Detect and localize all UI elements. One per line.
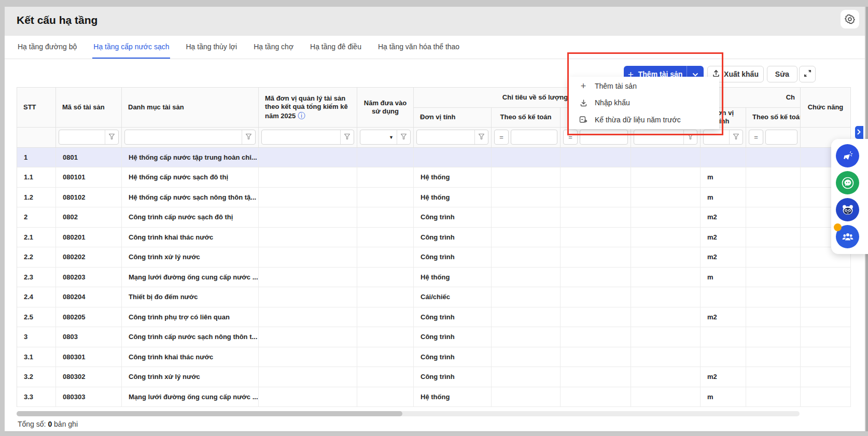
row-1.2-cell-code[interactable]: 080102: [56, 188, 122, 208]
row-2.1-cell-hidden[interactable]: [631, 228, 701, 248]
row-2.5-cell-year[interactable]: [357, 307, 414, 328]
row-2.2-cell-inventory[interactable]: [561, 247, 631, 268]
row-3.3-cell-unit[interactable]: Hệ thống: [414, 387, 492, 407]
row-2.4-cell-accounting2[interactable]: [746, 287, 801, 307]
dropdown-caret-icon[interactable]: ▼: [389, 135, 394, 140]
row-1-cell-accounting[interactable]: [492, 148, 561, 168]
row-2.4-cell-year[interactable]: [357, 287, 414, 307]
tab-duong-bo[interactable]: Hạ tầng đường bộ: [17, 36, 78, 59]
row-2.1-cell-accounting2[interactable]: [746, 228, 801, 248]
row-1.1-cell-year[interactable]: [357, 167, 414, 188]
row-3-cell-accounting[interactable]: [492, 327, 561, 347]
row-3.1-cell-unit_code[interactable]: [259, 347, 357, 368]
col-header-year[interactable]: Năm đưa vào sử dụng: [357, 88, 414, 128]
filter-cell-accounting2[interactable]: =: [746, 128, 801, 148]
row-1.2-cell-inventory[interactable]: [561, 188, 631, 208]
tab-cap-nuoc-sach[interactable]: Hạ tầng cấp nước sạch: [92, 36, 170, 59]
filter-cell-hidden[interactable]: [631, 128, 701, 148]
filter-input-inventory[interactable]: [580, 130, 627, 144]
row-3.2-cell-inventory[interactable]: [561, 367, 631, 387]
row-2.1-cell-stt[interactable]: 2.1: [17, 228, 56, 248]
filter-operator-accounting2[interactable]: =: [749, 130, 763, 145]
row-3.2-cell-category[interactable]: Công trình xử lý nước: [122, 367, 259, 387]
col-header-unit[interactable]: Đơn vị tính: [414, 108, 492, 128]
row-3-cell-hidden[interactable]: [631, 327, 701, 347]
row-3.1-cell-unit2[interactable]: [701, 347, 746, 368]
announcement-fab[interactable]: [836, 144, 859, 167]
col-header-category[interactable]: Danh mục tài sản: [122, 88, 259, 128]
row-1-cell-year[interactable]: [357, 148, 414, 168]
row-2.1-cell-unit[interactable]: Công trình: [414, 228, 492, 248]
row-2.2-cell-unit2[interactable]: m2: [701, 247, 746, 268]
settings-button[interactable]: [841, 10, 859, 29]
row-1-cell-unit_code[interactable]: [259, 148, 357, 168]
filter-funnel-button[interactable]: [242, 130, 255, 144]
horizontal-scrollbar[interactable]: [17, 411, 800, 416]
row-3.3-cell-inventory[interactable]: [561, 387, 631, 407]
fullscreen-button[interactable]: [799, 66, 816, 82]
row-3.3-cell-accounting[interactable]: [492, 387, 561, 407]
tab-thuy-loi[interactable]: Hạ tầng thủy lợi: [185, 36, 238, 59]
row-2.3-cell-category[interactable]: Mạng lưới đường ống cung cấp nước ...: [122, 268, 259, 288]
filter-operator-accounting[interactable]: =: [494, 130, 509, 145]
row-3.2-cell-accounting2[interactable]: [746, 367, 801, 387]
row-2.2-cell-year[interactable]: [357, 247, 414, 268]
row-3.2-cell-unit_code[interactable]: [259, 367, 357, 387]
row-3.3-cell-unit2[interactable]: m: [701, 387, 746, 407]
filter-cell-accounting[interactable]: =: [492, 128, 561, 148]
row-2.3-cell-unit2[interactable]: m: [701, 268, 746, 288]
row-3.2-cell-year[interactable]: [357, 367, 414, 387]
row-3.2-cell-accounting[interactable]: [492, 367, 561, 387]
filter-cell-unit[interactable]: [414, 128, 492, 148]
row-2.1-cell-unit2[interactable]: m2: [701, 228, 746, 248]
row-1.2-cell-stt[interactable]: 1.2: [17, 188, 56, 208]
row-1.1-cell-stt[interactable]: 1.1: [17, 167, 56, 188]
row-3.2-cell-code[interactable]: 080302: [56, 367, 122, 387]
row-2.5-cell-category[interactable]: Công trình phụ trợ có liên quan: [122, 307, 259, 328]
col-header-accounting[interactable]: Theo số kế toán: [492, 108, 561, 128]
row-2.5-cell-inventory[interactable]: [561, 307, 631, 328]
row-3-cell-stt[interactable]: 3: [17, 327, 56, 347]
row-3.3-cell-code[interactable]: 080303: [56, 387, 122, 407]
row-2.5-cell-hidden[interactable]: [631, 307, 701, 328]
filter-input-code[interactable]: [59, 130, 105, 144]
filter-cell-inventory[interactable]: =: [561, 128, 631, 148]
row-2-cell-category[interactable]: Công trình cấp nước sạch đô thị: [122, 207, 259, 228]
menu-item-2[interactable]: Nhập khẩu: [569, 95, 719, 111]
filter-input-accounting[interactable]: [511, 130, 557, 144]
row-2.5-cell-function[interactable]: [801, 307, 851, 328]
row-3-cell-unit[interactable]: Công trình: [414, 327, 492, 347]
row-3.3-cell-unit_code[interactable]: [259, 387, 357, 407]
row-2.5-cell-code[interactable]: 080205: [56, 307, 122, 328]
row-2.3-cell-hidden[interactable]: [631, 268, 701, 288]
filter-input-accounting2[interactable]: [766, 130, 797, 144]
row-2.3-cell-code[interactable]: 080203: [56, 268, 122, 288]
row-1.1-cell-category[interactable]: Hệ thống cấp nước sạch đô thị: [122, 167, 259, 188]
row-3-cell-accounting2[interactable]: [746, 327, 801, 347]
filter-input-unit2[interactable]: [704, 130, 729, 144]
tab-van-hoa-the-thao[interactable]: Hạ tầng văn hóa thể thao: [377, 36, 460, 59]
row-2.1-cell-year[interactable]: [357, 228, 414, 248]
filter-cell-unit_code[interactable]: [259, 128, 357, 148]
tab-de-dieu[interactable]: Hạ tầng đê điều: [309, 36, 362, 59]
row-3.1-cell-accounting2[interactable]: [746, 347, 801, 368]
side-panel-toggle[interactable]: [855, 126, 863, 139]
row-2.4-cell-function[interactable]: [801, 287, 851, 307]
col-header-unit-code[interactable]: Mã đơn vị quản lý tài sản theo kết quả t…: [259, 88, 357, 128]
row-2-cell-unit[interactable]: Công trình: [414, 207, 492, 228]
row-3.2-cell-unit2[interactable]: m2: [701, 367, 746, 387]
tab-cho[interactable]: Hạ tầng chợ: [253, 36, 295, 59]
filter-funnel-button[interactable]: [729, 130, 743, 144]
row-3-cell-category[interactable]: Công trình cấp nước sạch nông thôn t...: [122, 327, 259, 347]
col-header-accounting2[interactable]: Theo số kế toán: [746, 108, 801, 128]
row-3.1-cell-hidden[interactable]: [631, 347, 701, 368]
filter-cell-category[interactable]: [122, 128, 259, 148]
row-3-cell-unit2[interactable]: [701, 327, 746, 347]
menu-item-3[interactable]: Kế thừa dữ liệu năm trước: [569, 111, 719, 128]
row-2-cell-inventory[interactable]: [561, 207, 631, 228]
edit-button[interactable]: Sửa: [767, 66, 797, 82]
filter-cell-unit2[interactable]: [701, 128, 746, 148]
row-3.1-cell-year[interactable]: [357, 347, 414, 368]
row-2.3-cell-year[interactable]: [357, 268, 414, 288]
row-1-cell-unit[interactable]: [414, 148, 492, 168]
